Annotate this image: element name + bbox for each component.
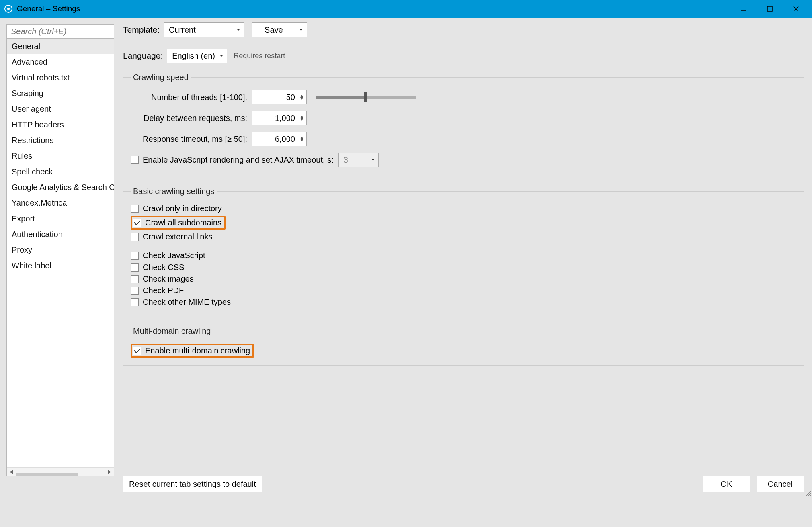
- sidebar-item-http-headers[interactable]: HTTP headers: [7, 117, 114, 133]
- threads-label: Number of threads [1-100]:: [131, 93, 247, 102]
- svg-line-17: [810, 495, 811, 496]
- multi-domain-legend: Multi-domain crawling: [131, 327, 213, 336]
- titlebar: General – Settings: [0, 0, 812, 18]
- timeout-input[interactable]: 6,000: [252, 132, 307, 146]
- template-label: Template:: [123, 25, 160, 35]
- check-css-checkbox[interactable]: [131, 264, 139, 272]
- save-button[interactable]: Save: [252, 22, 295, 37]
- sidebar-item-restrictions[interactable]: Restrictions: [7, 133, 114, 148]
- sidebar-item-authentication[interactable]: Authentication: [7, 227, 114, 242]
- check-javascript-label: Check JavaScript: [143, 251, 205, 260]
- timeout-label: Response timeout, ms [≥ 50]:: [131, 135, 247, 144]
- sidebar-hscroll[interactable]: [7, 467, 114, 476]
- save-dropdown-button[interactable]: [295, 22, 307, 37]
- js-render-label: Enable JavaScript rendering and set AJAX…: [143, 155, 334, 165]
- check-css-label: Check CSS: [143, 263, 184, 272]
- svg-marker-7: [108, 470, 111, 474]
- basic-crawling-group: Basic crawling settings Crawl only in di…: [123, 187, 804, 317]
- threads-input[interactable]: 50: [252, 90, 307, 104]
- delay-label: Delay between requests, ms:: [131, 114, 247, 123]
- scroll-right-icon[interactable]: [105, 468, 114, 476]
- app-icon: [4, 4, 13, 13]
- ok-button[interactable]: OK: [703, 476, 750, 492]
- check-javascript-checkbox[interactable]: [131, 252, 139, 260]
- maximize-icon[interactable]: [764, 3, 776, 15]
- resize-grip-icon[interactable]: [806, 490, 811, 497]
- scroll-thumb[interactable]: [16, 473, 78, 477]
- basic-crawling-legend: Basic crawling settings: [131, 187, 217, 196]
- sidebar-item-proxy[interactable]: Proxy: [7, 242, 114, 258]
- svg-marker-6: [10, 470, 13, 474]
- spin-down-icon[interactable]: [297, 139, 306, 141]
- crawl-external-links-label: Crawl external links: [143, 232, 212, 241]
- sidebar-item-google-analytics-search-console[interactable]: Google Analytics & Search Console: [7, 180, 114, 195]
- sidebar-item-advanced[interactable]: Advanced: [7, 54, 114, 70]
- sidebar-list: GeneralAdvancedVirtual robots.txtScrapin…: [6, 39, 114, 476]
- sidebar-item-spell-check[interactable]: Spell check: [7, 164, 114, 180]
- template-select[interactable]: Current: [164, 22, 244, 37]
- js-timeout-select: 3: [338, 153, 379, 167]
- sidebar-item-user-agent[interactable]: User agent: [7, 101, 114, 117]
- minimize-icon[interactable]: [738, 3, 750, 15]
- sidebar-item-yandex-metrica[interactable]: Yandex.Metrica: [7, 195, 114, 211]
- check-other-mime-types-checkbox[interactable]: [131, 298, 139, 306]
- crawl-all-subdomains-checkbox[interactable]: [133, 219, 141, 227]
- crawl-external-links-checkbox[interactable]: [131, 233, 139, 241]
- multi-domain-checkbox[interactable]: [133, 347, 141, 355]
- delay-input[interactable]: 1,000: [252, 111, 307, 125]
- cancel-button[interactable]: Cancel: [757, 476, 804, 492]
- svg-marker-10: [300, 97, 303, 100]
- multi-domain-label: Enable multi-domain crawling: [145, 346, 250, 355]
- svg-marker-14: [300, 139, 303, 141]
- check-images-label: Check images: [143, 274, 194, 284]
- reset-button[interactable]: Reset current tab settings to default: [123, 476, 262, 492]
- check-pdf-checkbox[interactable]: [131, 287, 139, 295]
- svg-rect-3: [767, 6, 772, 11]
- crawl-only-in-directory-label: Crawl only in directory: [143, 204, 222, 213]
- svg-marker-12: [300, 118, 303, 121]
- sidebar-item-white-label[interactable]: White label: [7, 258, 114, 274]
- language-select[interactable]: English (en): [167, 49, 227, 63]
- threads-slider[interactable]: [316, 96, 416, 99]
- check-other-mime-types-label: Check other MIME types: [143, 298, 231, 307]
- sidebar-item-rules[interactable]: Rules: [7, 148, 114, 164]
- crawl-all-subdomains-label: Crawl all subdomains: [145, 218, 221, 227]
- language-label: Language:: [123, 51, 163, 61]
- scroll-left-icon[interactable]: [7, 468, 16, 476]
- bottom-bar: Reset current tab settings to default OK…: [115, 470, 812, 498]
- search-input[interactable]: [6, 24, 114, 39]
- window-title: General – Settings: [17, 4, 738, 13]
- svg-line-15: [806, 491, 811, 496]
- spin-down-icon[interactable]: [297, 118, 306, 121]
- svg-point-1: [7, 8, 10, 10]
- sidebar-item-scraping[interactable]: Scraping: [7, 86, 114, 101]
- crawl-only-in-directory-checkbox[interactable]: [131, 205, 139, 213]
- close-icon[interactable]: [790, 3, 802, 15]
- check-pdf-label: Check PDF: [143, 286, 184, 295]
- language-note: Requires restart: [234, 52, 285, 60]
- svg-marker-8: [299, 29, 303, 31]
- sidebar-item-general[interactable]: General: [7, 39, 114, 54]
- check-images-checkbox[interactable]: [131, 275, 139, 283]
- crawling-speed-group: Crawling speed Number of threads [1-100]…: [123, 73, 804, 177]
- js-render-checkbox[interactable]: [131, 156, 139, 164]
- sidebar-item-virtual-robots-txt[interactable]: Virtual robots.txt: [7, 70, 114, 86]
- spin-down-icon[interactable]: [297, 97, 306, 100]
- sidebar-item-export[interactable]: Export: [7, 211, 114, 227]
- multi-domain-group: Multi-domain crawling Enable multi-domai…: [123, 327, 804, 366]
- crawling-speed-legend: Crawling speed: [131, 73, 191, 82]
